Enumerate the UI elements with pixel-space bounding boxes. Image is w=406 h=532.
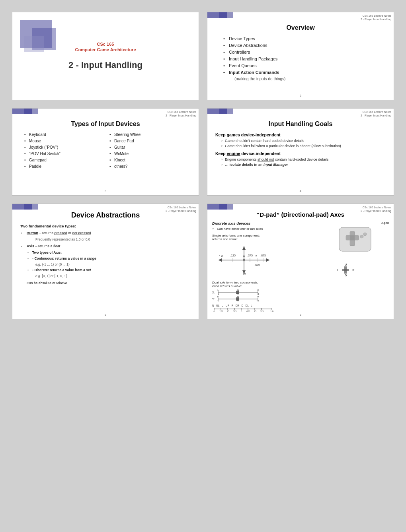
fundamental-label: Two fundamental device types: xyxy=(20,223,191,229)
type-dancepad: Dance Pad xyxy=(109,139,191,143)
type-paddle: Paddle xyxy=(24,164,105,169)
slide-3-title: Types of Input Devices xyxy=(20,120,191,128)
goal-1-2: Game shouldn't fail when a particular de… xyxy=(221,144,386,148)
svg-text:-1: -1 xyxy=(217,299,219,302)
overview-item-3: Controllers xyxy=(223,50,386,54)
axis-types-label: Two types of Axis: xyxy=(20,250,191,255)
dpad-label: D-pad xyxy=(381,221,389,225)
slide-6: CSc 165 Lecture Notes2 - Player Input Ha… xyxy=(207,204,394,319)
slide-4-title: Input Handling Goals xyxy=(215,120,386,128)
svg-point-65 xyxy=(363,233,367,236)
svg-rect-67 xyxy=(347,269,349,271)
svg-text:.375: .375 xyxy=(247,254,253,257)
dpad-content: Discrete axis devices Can have either on… xyxy=(212,221,389,313)
dpad-arrows-svg xyxy=(342,266,349,274)
type-kinect: Kinect xyxy=(109,158,191,162)
type-others: others? xyxy=(109,164,191,169)
page-num-2: 2 xyxy=(300,94,301,97)
type-steering: Steering Wheel xyxy=(109,132,191,137)
dpad-sub-1: Can have either one or two axes xyxy=(212,227,334,231)
svg-text:U: U xyxy=(257,296,259,298)
goals-section-2: Keep engine device-independent Engine co… xyxy=(215,151,386,167)
type-keyboard: Keyboard xyxy=(24,132,105,137)
svg-text:.25: .25 xyxy=(226,310,229,313)
dpad-cross-svg xyxy=(337,225,373,261)
svg-text:.875: .875 xyxy=(260,254,266,257)
single-axis-diagram: 0 1.0 .5 .125 .375 .875 xyxy=(212,244,276,276)
svg-point-14 xyxy=(243,259,245,261)
down-label: D xyxy=(345,274,347,277)
svg-marker-15 xyxy=(242,246,246,250)
goals-heading-2: Keep engine device-independent xyxy=(215,151,386,156)
type-guitar: Guitar xyxy=(109,145,191,150)
svg-text:D: D xyxy=(217,296,219,298)
svg-text:L: L xyxy=(217,289,219,291)
x-axis-row: X: -1 0 +1 L xyxy=(212,289,334,295)
axis-discrete: ◦ Discrete: returns a value from a set xyxy=(20,268,191,273)
slide-4: CSc 165 Lecture Notes2 - Player Input Ha… xyxy=(207,108,394,196)
svg-text:1.0: 1.0 xyxy=(219,255,223,258)
goal-2-1: Engine components should not contain har… xyxy=(221,157,386,161)
svg-rect-69 xyxy=(342,269,344,271)
svg-text:.375: .375 xyxy=(232,310,237,313)
abs-note: Can be absolute or relative xyxy=(20,281,191,286)
slide-6-body: “D-pad” (Directional-pad) Axes Discrete … xyxy=(207,204,394,319)
type-joystick: Joystick ("POV") xyxy=(24,145,105,150)
y-axis-svg: -1 0 +1 D N U xyxy=(216,296,260,302)
slide-2-title: Overview xyxy=(215,24,386,31)
svg-rect-66 xyxy=(344,266,347,269)
goal-2-2: … isolate details in an Input Manager xyxy=(221,163,386,167)
up-label: U xyxy=(345,263,347,266)
axis-discrete-eg: e.g. [0, 1] or [-1, 0, 1] xyxy=(20,274,191,279)
slide-2: CSc 165 Lecture Notes2 - Player Input Ha… xyxy=(207,12,394,100)
goals-heading-1: Keep games device-independent xyxy=(215,132,386,137)
slide-header-6: CSc 165 Lecture Notes2 - Player Input Ha… xyxy=(361,206,391,213)
overview-item-6: Input Action Commands xyxy=(223,70,386,75)
bottom-axis-svg: 0 .125 .25 .375 .5 .625 .75 .875 1.0 xyxy=(212,307,274,313)
svg-text:.5: .5 xyxy=(255,255,257,258)
slide-grid: CSc 165 Computer Game Architecture 2 - I… xyxy=(12,12,394,319)
goals-sub-1: Game shouldn't contain hard-coded device… xyxy=(215,139,386,148)
slide-header-4: CSc 165 Lecture Notes2 - Player Input Ha… xyxy=(361,110,391,117)
x-label: X: xyxy=(212,291,215,294)
svg-text:1.0: 1.0 xyxy=(270,310,273,313)
svg-text:+1: +1 xyxy=(257,293,260,295)
overview-item-1: Device Types xyxy=(223,36,386,41)
dpad-directions: U L R D xyxy=(337,263,355,277)
slide-1: CSc 165 Computer Game Architecture 2 - I… xyxy=(12,12,199,100)
slide-3-body: Types of Input Devices Keyboard Steering… xyxy=(12,109,199,176)
button-note: Frequently represented as 1.0 or 0.0 xyxy=(20,237,191,242)
svg-text:.5: .5 xyxy=(240,310,242,313)
slide-header-5: CSc 165 Lecture Notes2 - Player Input Ha… xyxy=(166,206,196,213)
svg-text:.875: .875 xyxy=(260,310,264,313)
slide-5-title: Device Abstractions xyxy=(20,211,191,219)
svg-rect-63 xyxy=(350,235,355,240)
axis-continuous-eg: e.g. {-1 ... 1} or {0 ... 1} xyxy=(20,262,191,267)
page-num-3: 3 xyxy=(105,189,106,193)
svg-text:0: 0 xyxy=(213,310,215,313)
course-label: CSc 165 xyxy=(97,42,114,47)
svg-rect-70 xyxy=(344,269,347,271)
left-label: L xyxy=(337,268,339,272)
type-pov: "POV Hat Switch" xyxy=(24,151,105,156)
course-subtitle: Computer Game Architecture xyxy=(75,47,136,52)
svg-text:N: N xyxy=(237,289,239,291)
bottom-labels: N UL U UR R DR D DL L xyxy=(212,304,334,313)
type-mouse: Mouse xyxy=(24,139,105,143)
svg-text:.625: .625 xyxy=(254,264,260,266)
slide-header-3: CSc 165 Lecture Notes2 - Player Input Ha… xyxy=(166,110,196,117)
overview-item-4: Input Handling Packages xyxy=(223,56,386,61)
main-title: 2 - Input Handling xyxy=(68,60,142,70)
types-list: Keyboard Steering Wheel Mouse Dance Pad … xyxy=(20,132,191,170)
slide-4-body: Input Handling Goals Keep games device-i… xyxy=(207,109,394,176)
svg-text:R: R xyxy=(257,289,259,291)
x-axis-svg: -1 0 +1 L N R xyxy=(216,289,260,295)
page-num-5: 5 xyxy=(105,313,106,316)
overview-item-5: Event Queues xyxy=(223,63,386,68)
right-label: R xyxy=(352,268,354,272)
y-axis-row: Y: -1 0 +1 D N U xyxy=(212,296,334,302)
overview-item-2: Device Abstractions xyxy=(223,43,386,48)
svg-text:+1: +1 xyxy=(256,299,260,302)
button-item: Button – returns pressed or not pressed xyxy=(20,231,191,236)
dual-axis-text: Dual axis form: two components;each retu… xyxy=(212,281,334,288)
